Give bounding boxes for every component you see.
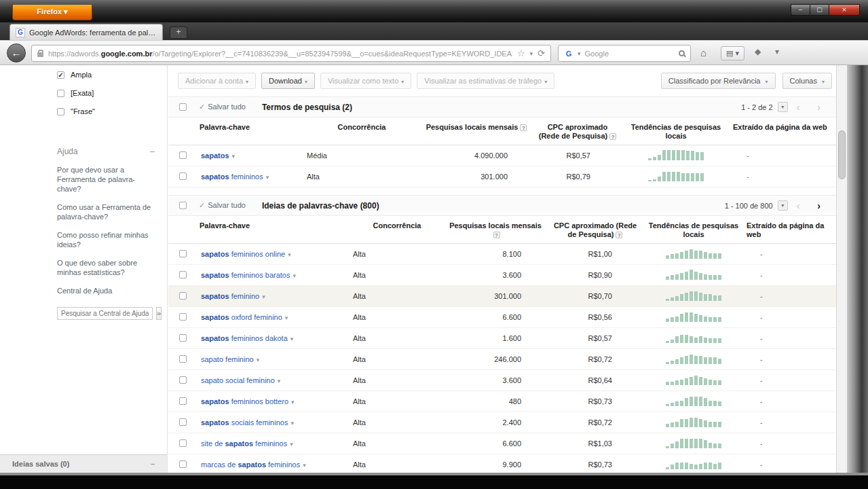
keyword-link[interactable]: sapatos oxford feminino▾ [201, 313, 288, 321]
keyword-dropdown-icon[interactable]: ▾ [262, 293, 265, 300]
match-type-checkbox[interactable] [57, 90, 64, 97]
row-checkbox[interactable] [179, 397, 187, 405]
toolbar-button[interactable]: Download▾ [261, 73, 315, 89]
help-icon[interactable]: ? [520, 124, 527, 131]
firefox-menu-button[interactable]: Firefox ▾ [12, 5, 92, 20]
row-checkbox[interactable] [179, 151, 187, 159]
search-engine-dropdown-icon[interactable]: ▾ [578, 50, 581, 57]
help-link[interactable]: Como posso refinar minhas ideias? [57, 230, 157, 249]
vertical-scrollbar[interactable] [836, 65, 847, 473]
keyword-dropdown-icon[interactable]: ▾ [290, 420, 294, 427]
keyword-dropdown-icon[interactable]: ▾ [288, 251, 291, 258]
scrollbar-thumb[interactable] [838, 130, 846, 179]
prev-page-icon[interactable]: ‹ [788, 102, 809, 113]
keyword-dropdown-icon[interactable]: ▾ [290, 441, 293, 448]
toolbar-extra-icon[interactable]: ◆ [755, 47, 761, 56]
reload-icon[interactable]: ⟳ [537, 48, 545, 58]
row-checkbox[interactable] [179, 460, 187, 468]
columns-button[interactable]: Colunas ▾ [782, 73, 832, 89]
row-checkbox[interactable] [179, 271, 187, 278]
new-tab-button[interactable]: + [170, 26, 187, 39]
row-checkbox[interactable] [179, 313, 187, 321]
row-checkbox[interactable] [179, 250, 187, 257]
maximize-button[interactable]: ▢ [810, 4, 829, 16]
help-link[interactable]: Central de Ajuda [57, 286, 157, 295]
keyword-dropdown-icon[interactable]: ▾ [291, 399, 295, 405]
keyword-link[interactable]: sapatos femininos dakota▾ [201, 334, 293, 342]
bookmark-star-icon[interactable]: ☆ [517, 48, 525, 58]
sort-by-button[interactable]: Classificado por Relevância ▾ [661, 73, 776, 89]
next-page-icon[interactable]: › [808, 200, 829, 211]
prev-page-icon[interactable]: ‹ [788, 200, 809, 211]
match-type-checkbox[interactable]: ✓ [57, 71, 64, 79]
keyword-link[interactable]: sapatos feminino▾ [201, 292, 265, 300]
page-size-dropdown-icon[interactable]: ▾ [778, 102, 788, 112]
close-button[interactable]: × [829, 4, 860, 16]
keyword-dropdown-icon[interactable]: ▾ [290, 336, 294, 342]
row-checkbox[interactable] [179, 173, 187, 180]
help-link[interactable]: O que devo saber sobre minhas estatístic… [57, 258, 157, 277]
keyword-dropdown-icon[interactable]: ▾ [278, 378, 281, 384]
trend-bar [704, 378, 707, 385]
keyword-link[interactable]: sapatos femininos baratos▾ [201, 271, 296, 279]
select-all-checkbox[interactable] [179, 202, 187, 209]
help-icon[interactable]: ? [493, 232, 500, 238]
trend-bar [667, 172, 671, 181]
url-dropdown-icon[interactable]: ▾ [530, 50, 533, 57]
saved-ideas-collapse-icon[interactable]: – [151, 460, 155, 468]
row-checkbox[interactable] [179, 418, 187, 426]
toolbar-extra-icon-2[interactable]: ▾ [775, 47, 779, 56]
keyword-dropdown-icon[interactable]: ▾ [293, 272, 296, 279]
match-type-checkbox[interactable] [57, 108, 64, 115]
row-checkbox[interactable] [179, 439, 187, 447]
trend-cell [643, 265, 744, 286]
keyword-dropdown-icon[interactable]: ▾ [303, 462, 306, 469]
save-all-link[interactable]: ✓Salvar tudo [199, 103, 246, 111]
help-search-input[interactable] [57, 307, 153, 320]
trend-bar [709, 422, 712, 428]
keyword-link[interactable]: sapatos femininos bottero▾ [201, 397, 295, 405]
saved-ideas-bar[interactable]: Ideias salvas (0) – [0, 454, 167, 473]
keyword-dropdown-icon[interactable]: ▾ [257, 357, 260, 363]
row-checkbox[interactable] [179, 334, 187, 342]
url-domain: google.com.br [101, 50, 153, 58]
keyword-link[interactable]: sapato social feminino▾ [201, 376, 280, 384]
back-button[interactable]: ← [7, 43, 26, 62]
page-size-dropdown-icon[interactable]: ▾ [778, 200, 788, 211]
keyword-link[interactable]: sapatos femininos▾ [201, 173, 269, 181]
keyword-link[interactable]: sapatos femininos online▾ [201, 250, 291, 258]
web-search-box[interactable]: G ▾ Google [558, 45, 691, 62]
toolbar-button[interactable]: Visualizar as estimativas de tráfego▾ [417, 73, 554, 89]
keyword-dropdown-icon[interactable]: ▾ [266, 174, 269, 181]
help-search-button[interactable]: » [156, 307, 162, 320]
toolbar-button[interactable]: Adicionar à conta▾ [178, 73, 256, 89]
search-icon[interactable] [679, 50, 685, 56]
keyword-link[interactable]: sapato feminino▾ [201, 355, 259, 363]
minimize-button[interactable]: – [791, 4, 810, 16]
toolbar-button[interactable]: Visualizar como texto▾ [320, 73, 411, 89]
bookmarks-panel-button[interactable]: ▤ ▾ [721, 46, 744, 60]
keyword-dropdown-icon[interactable]: ▾ [285, 314, 288, 321]
home-icon[interactable]: ⌂ [700, 47, 706, 58]
row-checkbox[interactable] [179, 376, 187, 384]
browser-tab[interactable]: G Google AdWords: ferramenta de palavra.… [10, 24, 163, 40]
keyword-dropdown-icon[interactable]: ▾ [232, 153, 235, 160]
trend-bar [709, 380, 712, 386]
help-collapse-icon[interactable]: – [150, 147, 155, 156]
trend-bar [671, 403, 674, 406]
select-all-checkbox[interactable] [179, 103, 187, 111]
row-checkbox[interactable] [179, 292, 187, 300]
help-link[interactable]: Por que devo usar a Ferramenta de palavr… [57, 165, 157, 194]
next-page-icon[interactable]: › [808, 102, 829, 113]
help-icon[interactable]: ? [616, 232, 622, 238]
keyword-link[interactable]: marcas de sapatos femininos▾ [201, 460, 306, 469]
keyword-link[interactable]: sapatos▾ [201, 151, 235, 160]
url-bar[interactable]: https://adwords.google.com.br/o/Targetin… [31, 45, 551, 62]
row-checkbox[interactable] [179, 355, 187, 363]
help-link[interactable]: Como usar a Ferramenta de palavra-chave? [57, 202, 157, 221]
save-all-link[interactable]: ✓Salvar tudo [199, 201, 246, 210]
monthly-searches-cell: 301.000 [444, 286, 547, 307]
keyword-link[interactable]: site de sapatos femininos▾ [201, 439, 293, 448]
help-icon[interactable]: ? [609, 133, 616, 140]
keyword-link[interactable]: sapatos sociais femininos▾ [201, 418, 294, 427]
